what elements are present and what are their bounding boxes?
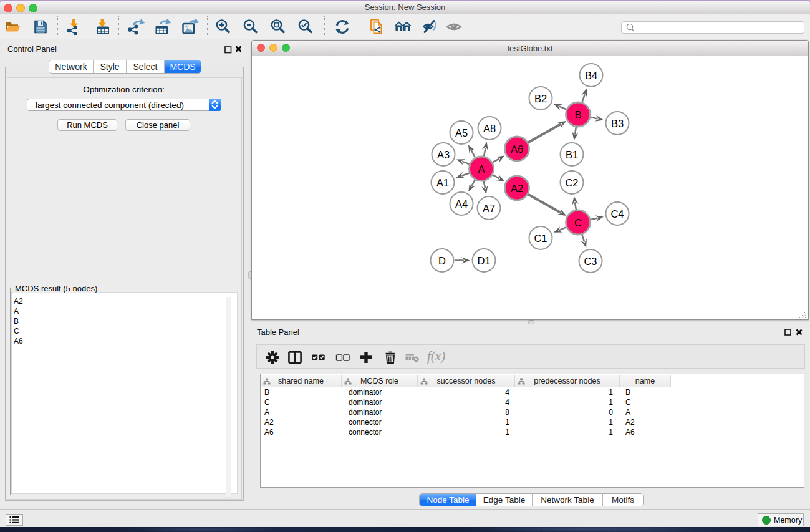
svg-text:B4: B4: [585, 70, 597, 81]
svg-text:A2: A2: [511, 183, 523, 194]
svg-text:A7: A7: [483, 203, 495, 214]
svg-text:A6: A6: [511, 143, 523, 155]
svg-text:B: B: [574, 109, 581, 120]
svg-text:A8: A8: [483, 123, 496, 134]
svg-text:C2: C2: [565, 177, 578, 188]
svg-text:A: A: [478, 163, 485, 175]
svg-text:B3: B3: [611, 118, 624, 129]
svg-text:A4: A4: [455, 198, 468, 210]
svg-text:C: C: [574, 217, 582, 228]
svg-text:B1: B1: [566, 149, 578, 160]
svg-text:D1: D1: [477, 255, 490, 266]
svg-text:D: D: [438, 255, 446, 266]
svg-text:A1: A1: [436, 177, 449, 188]
svg-text:A5: A5: [455, 127, 468, 138]
svg-text:C3: C3: [584, 256, 597, 267]
svg-text:A3: A3: [437, 149, 450, 160]
svg-text:B2: B2: [534, 93, 547, 104]
svg-text:C1: C1: [534, 233, 547, 244]
svg-text:C4: C4: [610, 208, 624, 220]
